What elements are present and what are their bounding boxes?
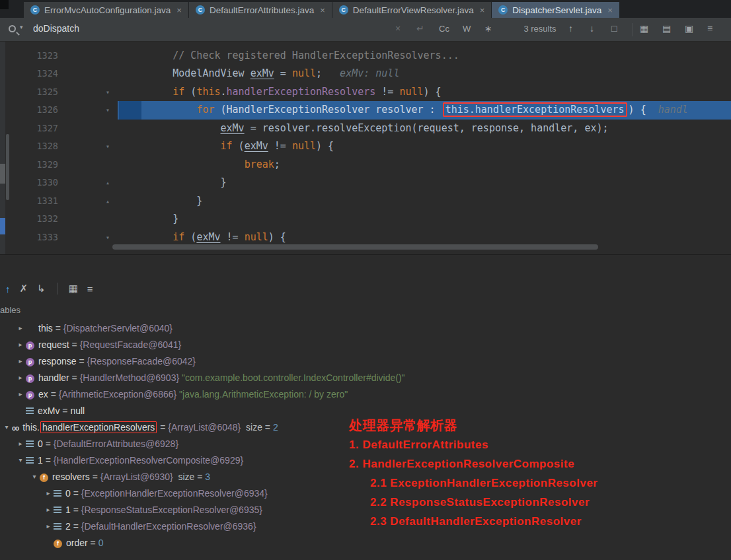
code-lines: 13221323 // Check registered HandlerExce… xyxy=(0,42,731,246)
code-editor[interactable]: 13221323 // Check registered HandlerExce… xyxy=(0,42,731,255)
code-line: 1325▾ if (this.handlerExceptionResolvers… xyxy=(0,83,731,102)
sort-icon[interactable]: ↑ xyxy=(5,283,11,295)
variable-row[interactable]: exMv = null xyxy=(0,402,731,419)
variable-row[interactable]: ▸1 = {ResponseStatusExceptionResolver@69… xyxy=(0,501,731,518)
ide-window: CErrorMvcAutoConfiguration.java×CDefault… xyxy=(0,0,731,560)
stripe-marker xyxy=(0,164,5,184)
fold-marker-icon[interactable]: ▾ xyxy=(106,228,110,247)
fold-marker-icon[interactable]: ▴ xyxy=(106,192,110,211)
variable-text: exMv xyxy=(38,405,59,416)
chevron-right-icon[interactable]: ▸ xyxy=(43,522,54,530)
editor-tab[interactable]: CDispatcherServlet.java× xyxy=(492,2,619,18)
clear-search-icon[interactable]: × xyxy=(395,23,401,34)
variable-row[interactable]: ▾oothis.handlerExceptionResolvers = {Arr… xyxy=(0,419,731,435)
code-text[interactable]: if (this.handlerExceptionResolvers != nu… xyxy=(125,83,442,102)
variable-row[interactable]: ▸0 = {ExceptionHandlerExceptionResolver@… xyxy=(0,485,731,501)
variable-row[interactable]: ▸prequest = {RequestFacade@6041} xyxy=(0,336,731,353)
variable-row[interactable]: ▸presponse = {ResponseFacade@6042} xyxy=(0,353,731,369)
line-number[interactable]: 1333 xyxy=(0,228,58,247)
newline-icon[interactable]: ↵ xyxy=(416,23,424,34)
variable-row[interactable]: ▸pex = {ArithmeticException@6866} "java.… xyxy=(0,386,731,402)
variable-text: size = xyxy=(241,422,273,433)
value-icon xyxy=(26,405,34,416)
code-text[interactable]: } xyxy=(125,174,227,192)
variable-row[interactable]: ▸this = {DispatcherServlet@6040} xyxy=(0,320,731,336)
variable-row[interactable]: ▾fresolvers = {ArrayList@6930} size = 3 xyxy=(0,468,731,485)
layout-settings-icon[interactable]: ≡ xyxy=(87,283,93,295)
horizontal-scrollbar[interactable] xyxy=(112,244,598,250)
line-number[interactable]: 1323 xyxy=(0,47,58,65)
variable-text: {RequestFacade@6041} xyxy=(80,339,182,350)
code-text[interactable]: } xyxy=(125,210,178,228)
editor-tab[interactable]: CDefaultErrorAttributes.java× xyxy=(189,2,332,18)
search-history-chevron-icon[interactable]: ▾ xyxy=(20,24,23,30)
previous-occurrence-icon[interactable]: ↑ xyxy=(568,23,573,34)
chevron-right-icon[interactable]: ▸ xyxy=(15,341,26,348)
tab-close-icon[interactable]: × xyxy=(607,5,613,15)
variable-text: size = xyxy=(173,472,206,482)
class-icon: C xyxy=(498,5,508,15)
code-text[interactable]: if (exMv != null) { xyxy=(125,228,286,247)
variables-panel-label[interactable]: ables xyxy=(0,305,20,315)
chevron-down-icon[interactable]: ▾ xyxy=(1,423,12,431)
search-filter-icon[interactable]: ▣ xyxy=(685,23,693,34)
search-input[interactable]: doDispatch xyxy=(33,23,79,34)
whole-words-toggle[interactable]: W xyxy=(463,24,471,34)
chevron-down-icon[interactable]: ▾ xyxy=(29,473,40,480)
chevron-right-icon[interactable]: ▸ xyxy=(15,390,26,398)
chevron-right-icon[interactable]: ▸ xyxy=(15,374,26,381)
chevron-right-icon[interactable]: ▸ xyxy=(43,506,54,513)
match-case-toggle[interactable]: Cc xyxy=(439,24,449,34)
editor-tab[interactable]: CDefaultErrorViewResolver.java× xyxy=(332,2,491,18)
variable-row[interactable]: ▾1 = {HandlerExceptionResolverComposite@… xyxy=(0,452,731,468)
tab-close-icon[interactable]: × xyxy=(480,5,485,15)
line-number[interactable]: 1326 xyxy=(0,101,58,120)
code-text[interactable]: break; xyxy=(125,156,280,174)
line-number[interactable]: 1332 xyxy=(0,210,58,228)
code-line: 1329 break; xyxy=(0,156,731,174)
variable-text: {DefaultErrorAttributes@6928} xyxy=(54,438,178,449)
code-line: 1326▾ for (HandlerExceptionResolver reso… xyxy=(0,101,731,120)
chevron-right-icon[interactable]: ▸ xyxy=(15,324,26,332)
code-text[interactable]: // Check registered HandlerExceptionReso… xyxy=(125,47,459,65)
line-number[interactable]: 1324 xyxy=(0,65,58,83)
tab-close-icon[interactable]: × xyxy=(320,5,325,15)
variable-text: = xyxy=(43,455,54,466)
chevron-down-icon[interactable]: ▾ xyxy=(15,456,26,464)
variable-row[interactable]: ▸0 = {DefaultErrorAttributes@6928} xyxy=(0,435,731,452)
add-to-watches-icon[interactable]: ↳ xyxy=(37,283,46,295)
code-text[interactable]: if (exMv != null) { xyxy=(125,137,334,156)
view-as-table-icon[interactable]: ▦ xyxy=(69,283,78,295)
variable-row[interactable]: ▸phandler = {HandlerMethod@6903} "com.ex… xyxy=(0,369,731,386)
annotation-box: this.handlerExceptionResolvers xyxy=(443,102,627,117)
code-text[interactable]: exMv = resolver.resolveException(request… xyxy=(125,120,609,138)
variable-text: 2 xyxy=(65,521,71,532)
variable-row[interactable]: forder = 0 xyxy=(0,534,731,551)
code-text[interactable]: ModelAndView exMv = null; exMv: null xyxy=(125,65,399,83)
code-text[interactable]: } xyxy=(125,192,202,211)
next-occurrence-icon[interactable]: ↓ xyxy=(590,23,594,34)
chevron-right-icon[interactable]: ▸ xyxy=(15,357,26,365)
fold-marker-icon[interactable]: ▴ xyxy=(106,174,110,192)
select-all-occurrences-icon[interactable]: □ xyxy=(611,23,617,34)
fold-marker-icon[interactable]: ▾ xyxy=(106,137,110,156)
variable-text: this. xyxy=(22,422,40,433)
editor-tab[interactable]: CErrorMvcAutoConfiguration.java× xyxy=(24,2,188,18)
search-filter-icon[interactable]: ▤ xyxy=(662,23,671,34)
remove-watch-icon[interactable]: ✗ xyxy=(20,283,28,295)
search-filter-icon[interactable]: ≡ xyxy=(707,23,712,34)
search-filter-icon[interactable]: ▦ xyxy=(640,23,648,34)
variable-row[interactable]: ▸2 = {DefaultHandlerExceptionResolver@69… xyxy=(0,518,731,534)
parameter-icon: p xyxy=(26,355,34,367)
chevron-right-icon[interactable]: ▸ xyxy=(43,489,54,497)
fold-marker-icon[interactable]: ▾ xyxy=(106,83,110,102)
fold-marker-icon[interactable]: ▾ xyxy=(106,101,110,120)
line-number[interactable]: 1322 xyxy=(0,42,58,47)
search-icon[interactable] xyxy=(9,25,16,32)
regex-toggle-icon[interactable]: ∗ xyxy=(484,23,492,34)
line-number[interactable]: 1325 xyxy=(0,83,58,102)
chevron-right-icon[interactable]: ▸ xyxy=(15,440,26,447)
tab-close-icon[interactable]: × xyxy=(176,5,182,15)
left-scrollbar-thumb[interactable] xyxy=(6,134,9,200)
code-text[interactable]: for (HandlerExceptionResolver resolver :… xyxy=(125,101,688,120)
